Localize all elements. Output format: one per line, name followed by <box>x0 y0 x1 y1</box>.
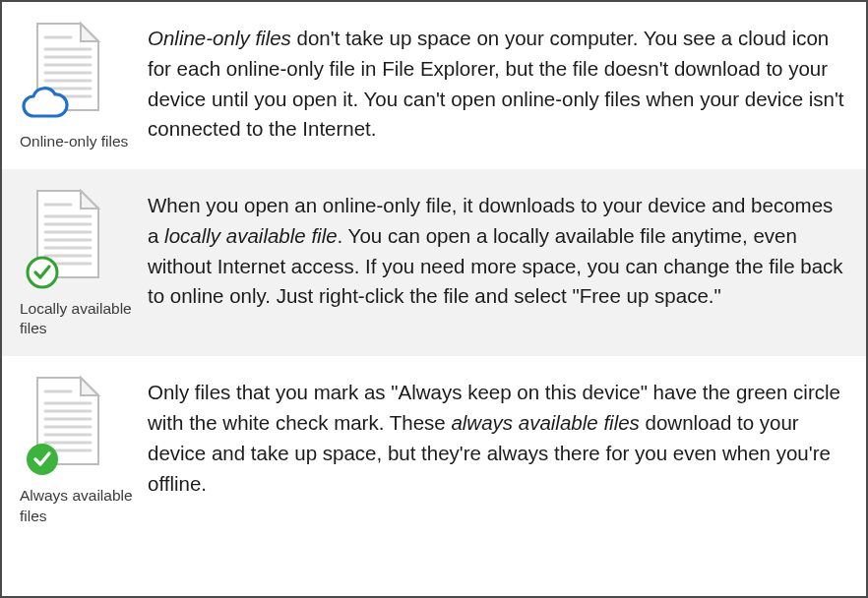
desc-online-only-em: Online-only files <box>148 27 291 49</box>
desc-locally-em: locally available file <box>164 224 337 247</box>
caption-online-only: Online-only files <box>20 132 128 151</box>
icon-col-always-available: Always available files <box>20 374 148 525</box>
file-check-outline-icon <box>20 187 108 291</box>
row-online-only: Online-only files Online-only files don'… <box>2 2 866 169</box>
desc-locally-available: When you open an online-only file, it do… <box>148 187 844 312</box>
caption-locally-available: Locally available files <box>20 299 138 338</box>
icon-col-locally-available: Locally available files <box>20 187 148 338</box>
svg-point-16 <box>28 258 57 287</box>
caption-always-available: Always available files <box>20 486 138 525</box>
desc-always-available: Only files that you mark as "Always keep… <box>148 374 844 499</box>
row-always-available: Always available files Only files that y… <box>2 356 866 543</box>
file-check-solid-icon <box>20 374 108 478</box>
icon-col-online-only: Online-only files <box>20 20 148 151</box>
desc-online-only: Online-only files don't take up space on… <box>148 20 844 145</box>
row-locally-available: Locally available files When you open an… <box>2 169 866 356</box>
file-cloud-icon <box>20 20 108 124</box>
desc-always-em: always available files <box>451 411 639 434</box>
